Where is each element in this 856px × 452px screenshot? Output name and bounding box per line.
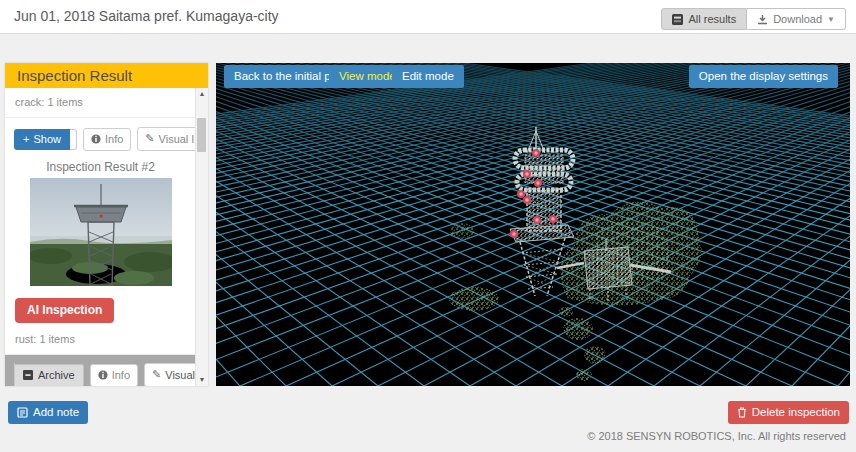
- scroll-up-icon[interactable]: ▲: [196, 88, 208, 100]
- pointcloud-scene: [216, 63, 850, 386]
- inspection-result-panel: Inspection Result crack: 1 items +Show I…: [5, 63, 208, 386]
- open-display-settings-button[interactable]: Open the display settings: [689, 65, 838, 88]
- visual-inspection-label: Visual Inspection: [165, 369, 196, 381]
- defect-marker[interactable]: [517, 190, 525, 198]
- info-icon: [98, 370, 108, 380]
- defect-summary: crack: 1 items: [5, 88, 196, 118]
- pointcloud-viewer[interactable]: Back to the initial position View mode E…: [216, 63, 850, 386]
- all-results-icon: [672, 14, 683, 25]
- defect-marker[interactable]: [534, 179, 542, 187]
- panel-body: crack: 1 items +Show Info ✎ Visual: [5, 88, 196, 386]
- top-header: Jun 01, 2018 Saitama pref. Kumagaya-city…: [0, 0, 856, 34]
- inspection-photo[interactable]: [30, 178, 172, 286]
- download-button[interactable]: Download ▼: [747, 8, 846, 30]
- show-label: Show: [33, 133, 61, 145]
- archived-result-item: Archive Info ✎ Visual Inspection: [5, 355, 196, 386]
- edit-mode-button[interactable]: Edit mode: [392, 65, 464, 88]
- defect-marker[interactable]: [549, 215, 557, 223]
- panel-title: Inspection Result: [5, 63, 208, 88]
- plus-icon: +: [23, 133, 29, 145]
- copyright-text: © 2018 SENSYN ROBOTICS, Inc. All rights …: [587, 430, 846, 442]
- page-title: Jun 01, 2018 Saitama pref. Kumagaya-city: [14, 8, 279, 24]
- add-note-button[interactable]: Add note: [8, 401, 88, 424]
- trash-icon: [737, 407, 747, 418]
- scroll-down-icon[interactable]: ▼: [196, 374, 208, 386]
- download-label: Download: [773, 13, 822, 25]
- defect-marker[interactable]: [533, 216, 541, 224]
- all-results-label: All results: [688, 13, 736, 25]
- result3-actions: Archive Info ✎ Visual Inspection: [5, 363, 196, 386]
- pencil-icon: ✎: [152, 368, 161, 381]
- info-icon: [91, 134, 101, 144]
- visual-inspection-label: Visual Inspection: [159, 133, 196, 145]
- defect-marker[interactable]: [523, 170, 531, 178]
- chevron-down-icon: ▼: [827, 15, 835, 24]
- delete-inspection-button[interactable]: Delete inspection: [728, 401, 849, 424]
- all-results-button[interactable]: All results: [661, 8, 747, 30]
- add-note-label: Add note: [33, 406, 79, 418]
- download-icon: [757, 14, 768, 25]
- show-button[interactable]: +Show: [14, 129, 77, 150]
- info-label: Info: [105, 133, 123, 145]
- defect-marker[interactable]: [510, 230, 518, 238]
- defect-marker[interactable]: [523, 196, 531, 204]
- scrollbar-thumb[interactable]: [197, 118, 206, 152]
- visual-inspection-button[interactable]: ✎ Visual Inspection: [144, 363, 196, 386]
- result2-actions: +Show Info ✎ Visual Inspection: [5, 118, 196, 157]
- note-icon: [17, 407, 28, 418]
- delete-inspection-label: Delete inspection: [752, 406, 840, 418]
- result-title: Inspection Result #2: [5, 160, 196, 174]
- ai-inspection-button[interactable]: AI Inspection: [15, 298, 114, 323]
- pencil-icon: ✎: [145, 132, 154, 145]
- defect-marker[interactable]: [532, 149, 540, 157]
- info-button[interactable]: Info: [83, 128, 131, 151]
- archive-label: Archive: [38, 369, 75, 381]
- sidebar-scrollbar[interactable]: ▲ ▼: [195, 88, 208, 386]
- defect-summary: rust: 1 items: [5, 325, 196, 355]
- archive-icon: [23, 370, 33, 380]
- visual-inspection-button[interactable]: ✎ Visual Inspection: [137, 127, 196, 151]
- info-button[interactable]: Info: [90, 364, 138, 387]
- info-label: Info: [112, 369, 130, 381]
- header-button-group: All results Download ▼: [661, 8, 846, 30]
- show-toggle-segment[interactable]: [70, 129, 77, 150]
- archive-button[interactable]: Archive: [15, 364, 84, 387]
- inspection-app: Jun 01, 2018 Saitama pref. Kumagaya-city…: [0, 0, 856, 452]
